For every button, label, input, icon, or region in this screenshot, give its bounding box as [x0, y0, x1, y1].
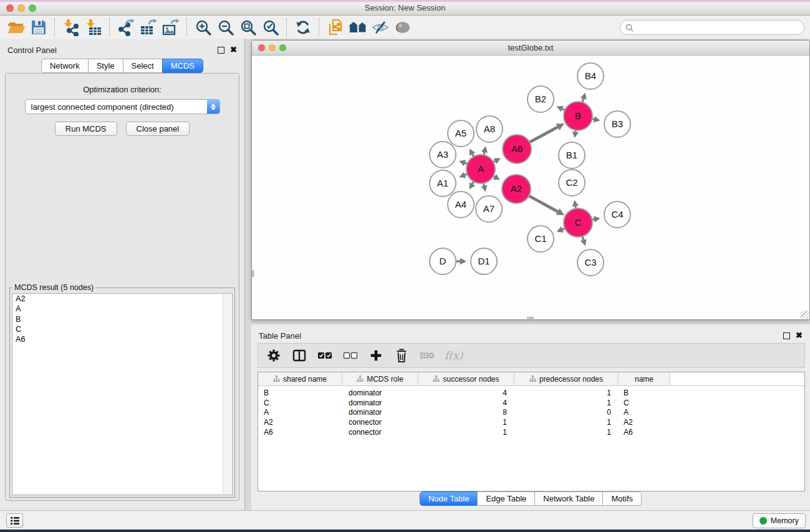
graph-node-B1[interactable]: B1	[559, 142, 585, 168]
zoom-out-button[interactable]	[215, 17, 237, 37]
open-session-button[interactable]	[5, 17, 27, 37]
optimization-criterion-dropdown[interactable]: largest connected component (directed)	[25, 99, 220, 114]
table-cell[interactable]: 8	[418, 407, 514, 417]
mcds-result-item[interactable]: C	[12, 324, 232, 334]
close-panel-button[interactable]: Close panel	[126, 122, 190, 136]
refresh-button[interactable]	[292, 17, 314, 37]
table-cell[interactable]: 1	[418, 417, 514, 427]
hide-details-button[interactable]	[369, 17, 392, 37]
table-cell[interactable]: dominator	[342, 398, 418, 408]
table-row[interactable]: A2connector11A2	[258, 417, 804, 427]
table-cell[interactable]: 1	[514, 398, 619, 408]
table-tab-edge-table[interactable]: Edge Table	[477, 491, 535, 506]
table-cell[interactable]: A6	[258, 427, 342, 437]
show-hide-panels-button[interactable]	[347, 17, 369, 37]
table-row[interactable]: Cdominator41C	[258, 398, 804, 408]
tab-mcds[interactable]: MCDS	[162, 59, 203, 73]
table-row[interactable]: Bdominator41B	[258, 388, 804, 398]
table-cell[interactable]: A	[258, 407, 342, 417]
table-cell[interactable]: connector	[342, 417, 418, 427]
table-settings-button[interactable]	[266, 347, 282, 364]
graph-node-D1[interactable]: D1	[471, 248, 497, 274]
close-traffic-light[interactable]	[258, 44, 265, 51]
table-cell[interactable]: dominator	[342, 388, 418, 398]
export-network-button[interactable]	[115, 17, 137, 37]
export-image-button[interactable]	[160, 17, 182, 37]
graph-edge-A6-B[interactable]	[529, 123, 564, 142]
delete-column-button[interactable]	[393, 347, 410, 364]
run-mcds-button[interactable]: Run MCDS	[55, 122, 117, 136]
graph-edge-D-D1[interactable]	[456, 258, 466, 264]
import-table-button[interactable]	[82, 17, 105, 37]
select-all-button[interactable]	[317, 347, 333, 364]
graph-edge-A-A1[interactable]	[459, 172, 467, 178]
deselect-all-button[interactable]	[342, 347, 359, 364]
table-tab-node-table[interactable]: Node Table	[420, 491, 478, 506]
graph-edge-B-B2[interactable]	[557, 106, 565, 112]
table-cell[interactable]: A2	[619, 417, 670, 427]
save-session-button[interactable]	[27, 17, 50, 37]
table-cell[interactable]: 1	[514, 417, 619, 427]
graph-edge-C-C4[interactable]	[592, 216, 600, 223]
show-graphics-details-button[interactable]	[392, 17, 414, 37]
graph-node-A6[interactable]: A6	[503, 135, 531, 163]
zoom-selected-button[interactable]	[259, 17, 282, 37]
mcds-result-item[interactable]: A	[12, 304, 232, 314]
table-row[interactable]: Adominator80A	[258, 407, 804, 417]
graph-edge-A-A3[interactable]	[459, 160, 467, 167]
table-cell[interactable]: A2	[258, 417, 342, 427]
graph-node-C3[interactable]: C3	[577, 249, 604, 276]
graph-edge-A-A5[interactable]	[470, 148, 475, 157]
graph-edge-A2-C[interactable]	[529, 196, 564, 215]
mcds-result-item[interactable]: A2	[12, 294, 232, 304]
graph-node-B3[interactable]: B3	[604, 111, 630, 137]
show-column-button[interactable]	[291, 347, 307, 364]
graph-node-C2[interactable]: C2	[559, 170, 585, 196]
search-field[interactable]	[620, 20, 804, 35]
network-window-titlebar[interactable]: testGlobe.txt	[252, 41, 809, 56]
close-panel-icon[interactable]: ✖	[230, 46, 237, 54]
table-row[interactable]: A6connector11A6	[258, 427, 804, 437]
column-header-mcds-role[interactable]: MCDS role	[342, 372, 418, 385]
graph-node-A8[interactable]: A8	[476, 116, 503, 142]
table-tab-motifs[interactable]: Motifs	[602, 491, 642, 506]
table-cell[interactable]: 1	[514, 388, 619, 398]
search-input[interactable]	[637, 22, 799, 32]
import-network-button[interactable]	[60, 17, 82, 37]
column-header-successor-nodes[interactable]: successor nodes	[418, 372, 514, 385]
memory-button[interactable]: Memory	[753, 513, 806, 528]
export-table-button[interactable]	[137, 17, 160, 37]
create-column-button[interactable]	[368, 347, 384, 364]
mcds-result-item[interactable]: B	[12, 314, 232, 324]
graph-node-B[interactable]: B	[564, 102, 592, 130]
graph-edge-B-B1[interactable]	[572, 130, 579, 138]
table-cell[interactable]: A6	[619, 427, 670, 437]
graph-node-A1[interactable]: A1	[430, 170, 456, 196]
table-cell[interactable]: B	[258, 388, 342, 398]
table-cell[interactable]: 1	[514, 427, 619, 437]
mcds-result-item[interactable]: A6	[12, 334, 232, 344]
tab-select[interactable]: Select	[123, 59, 163, 73]
scrollbar-track[interactable]	[223, 294, 231, 494]
float-panel-icon[interactable]	[218, 47, 224, 54]
table-cell[interactable]: A	[619, 407, 670, 417]
table-cell[interactable]: dominator	[342, 407, 418, 417]
table-cell[interactable]: 0	[514, 407, 619, 417]
graph-edge-B-B4[interactable]	[581, 93, 587, 102]
graph-edge-B-B3[interactable]	[592, 116, 600, 122]
table-cell[interactable]: 4	[418, 388, 514, 398]
table-cell[interactable]: 1	[418, 427, 514, 437]
graph-node-A5[interactable]: A5	[448, 120, 474, 147]
table-cell[interactable]: C	[619, 398, 670, 408]
graph-node-C1[interactable]: C1	[528, 226, 554, 252]
graph-edge-A-A7[interactable]	[481, 183, 487, 192]
graph-node-C[interactable]: C	[564, 208, 592, 237]
graph-node-B2[interactable]: B2	[528, 86, 554, 112]
column-header-name[interactable]: name	[619, 372, 670, 385]
task-history-button[interactable]	[6, 513, 23, 528]
graph-node-A2[interactable]: A2	[502, 175, 531, 203]
table-cell[interactable]: 4	[418, 398, 514, 408]
zoom-traffic-light[interactable]	[279, 44, 286, 51]
zoom-fit-button[interactable]	[237, 17, 259, 37]
graph-node-A7[interactable]: A7	[476, 196, 502, 222]
